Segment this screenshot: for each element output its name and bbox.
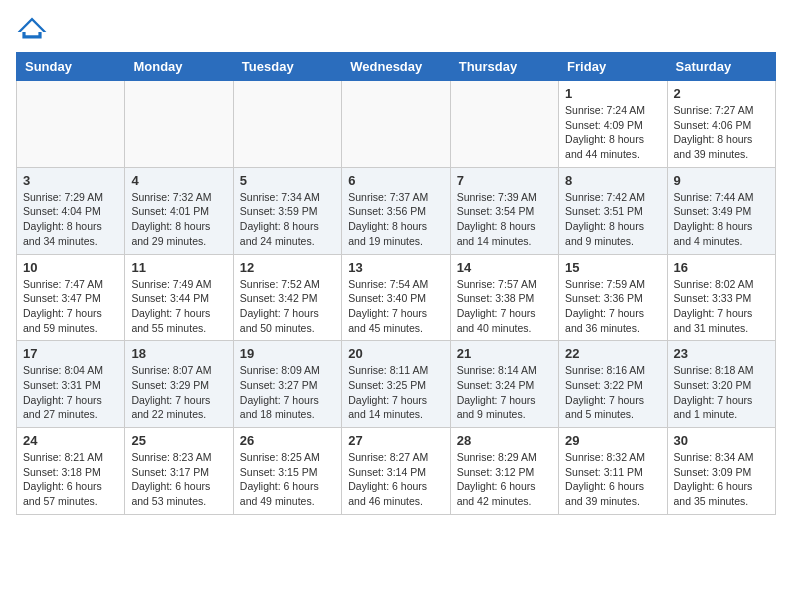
calendar-cell: 18Sunrise: 8:07 AM Sunset: 3:29 PM Dayli… (125, 341, 233, 428)
calendar-cell: 9Sunrise: 7:44 AM Sunset: 3:49 PM Daylig… (667, 167, 775, 254)
calendar-cell: 30Sunrise: 8:34 AM Sunset: 3:09 PM Dayli… (667, 428, 775, 515)
day-number: 14 (457, 260, 552, 275)
calendar-cell: 4Sunrise: 7:32 AM Sunset: 4:01 PM Daylig… (125, 167, 233, 254)
calendar-cell: 13Sunrise: 7:54 AM Sunset: 3:40 PM Dayli… (342, 254, 450, 341)
day-number: 6 (348, 173, 443, 188)
calendar-cell: 14Sunrise: 7:57 AM Sunset: 3:38 PM Dayli… (450, 254, 558, 341)
day-number: 4 (131, 173, 226, 188)
calendar-cell: 1Sunrise: 7:24 AM Sunset: 4:09 PM Daylig… (559, 81, 667, 168)
day-info: Sunrise: 7:44 AM Sunset: 3:49 PM Dayligh… (674, 190, 769, 249)
calendar-cell: 11Sunrise: 7:49 AM Sunset: 3:44 PM Dayli… (125, 254, 233, 341)
day-info: Sunrise: 8:16 AM Sunset: 3:22 PM Dayligh… (565, 363, 660, 422)
logo (16, 16, 52, 40)
day-number: 3 (23, 173, 118, 188)
day-number: 27 (348, 433, 443, 448)
calendar-cell: 8Sunrise: 7:42 AM Sunset: 3:51 PM Daylig… (559, 167, 667, 254)
weekday-header-thursday: Thursday (450, 53, 558, 81)
calendar-cell: 5Sunrise: 7:34 AM Sunset: 3:59 PM Daylig… (233, 167, 341, 254)
day-info: Sunrise: 7:47 AM Sunset: 3:47 PM Dayligh… (23, 277, 118, 336)
calendar-cell (17, 81, 125, 168)
day-info: Sunrise: 8:14 AM Sunset: 3:24 PM Dayligh… (457, 363, 552, 422)
day-number: 16 (674, 260, 769, 275)
calendar-cell: 25Sunrise: 8:23 AM Sunset: 3:17 PM Dayli… (125, 428, 233, 515)
day-info: Sunrise: 7:24 AM Sunset: 4:09 PM Dayligh… (565, 103, 660, 162)
calendar-cell: 22Sunrise: 8:16 AM Sunset: 3:22 PM Dayli… (559, 341, 667, 428)
day-info: Sunrise: 7:37 AM Sunset: 3:56 PM Dayligh… (348, 190, 443, 249)
weekday-header-friday: Friday (559, 53, 667, 81)
day-info: Sunrise: 8:25 AM Sunset: 3:15 PM Dayligh… (240, 450, 335, 509)
day-number: 20 (348, 346, 443, 361)
calendar-cell: 15Sunrise: 7:59 AM Sunset: 3:36 PM Dayli… (559, 254, 667, 341)
calendar-cell: 2Sunrise: 7:27 AM Sunset: 4:06 PM Daylig… (667, 81, 775, 168)
day-number: 7 (457, 173, 552, 188)
day-info: Sunrise: 8:11 AM Sunset: 3:25 PM Dayligh… (348, 363, 443, 422)
weekday-header-monday: Monday (125, 53, 233, 81)
day-number: 19 (240, 346, 335, 361)
day-number: 15 (565, 260, 660, 275)
day-info: Sunrise: 7:54 AM Sunset: 3:40 PM Dayligh… (348, 277, 443, 336)
calendar-week-row: 17Sunrise: 8:04 AM Sunset: 3:31 PM Dayli… (17, 341, 776, 428)
logo-icon (16, 16, 48, 40)
calendar-week-row: 3Sunrise: 7:29 AM Sunset: 4:04 PM Daylig… (17, 167, 776, 254)
weekday-header-sunday: Sunday (17, 53, 125, 81)
calendar-cell: 28Sunrise: 8:29 AM Sunset: 3:12 PM Dayli… (450, 428, 558, 515)
day-number: 9 (674, 173, 769, 188)
day-info: Sunrise: 8:27 AM Sunset: 3:14 PM Dayligh… (348, 450, 443, 509)
calendar-cell (125, 81, 233, 168)
day-info: Sunrise: 8:34 AM Sunset: 3:09 PM Dayligh… (674, 450, 769, 509)
day-number: 8 (565, 173, 660, 188)
day-info: Sunrise: 8:02 AM Sunset: 3:33 PM Dayligh… (674, 277, 769, 336)
calendar-cell: 21Sunrise: 8:14 AM Sunset: 3:24 PM Dayli… (450, 341, 558, 428)
day-info: Sunrise: 7:42 AM Sunset: 3:51 PM Dayligh… (565, 190, 660, 249)
day-number: 10 (23, 260, 118, 275)
calendar-cell: 29Sunrise: 8:32 AM Sunset: 3:11 PM Dayli… (559, 428, 667, 515)
page-header (16, 16, 776, 40)
day-number: 2 (674, 86, 769, 101)
calendar-cell: 10Sunrise: 7:47 AM Sunset: 3:47 PM Dayli… (17, 254, 125, 341)
day-number: 22 (565, 346, 660, 361)
calendar-week-row: 1Sunrise: 7:24 AM Sunset: 4:09 PM Daylig… (17, 81, 776, 168)
day-number: 29 (565, 433, 660, 448)
calendar-cell (450, 81, 558, 168)
calendar-week-row: 10Sunrise: 7:47 AM Sunset: 3:47 PM Dayli… (17, 254, 776, 341)
calendar-cell: 7Sunrise: 7:39 AM Sunset: 3:54 PM Daylig… (450, 167, 558, 254)
calendar-header-row: SundayMondayTuesdayWednesdayThursdayFrid… (17, 53, 776, 81)
calendar-cell: 6Sunrise: 7:37 AM Sunset: 3:56 PM Daylig… (342, 167, 450, 254)
calendar-cell: 3Sunrise: 7:29 AM Sunset: 4:04 PM Daylig… (17, 167, 125, 254)
day-info: Sunrise: 7:52 AM Sunset: 3:42 PM Dayligh… (240, 277, 335, 336)
day-number: 21 (457, 346, 552, 361)
weekday-header-saturday: Saturday (667, 53, 775, 81)
day-info: Sunrise: 8:09 AM Sunset: 3:27 PM Dayligh… (240, 363, 335, 422)
calendar-cell (233, 81, 341, 168)
calendar-cell: 19Sunrise: 8:09 AM Sunset: 3:27 PM Dayli… (233, 341, 341, 428)
calendar-cell: 23Sunrise: 8:18 AM Sunset: 3:20 PM Dayli… (667, 341, 775, 428)
calendar-cell: 17Sunrise: 8:04 AM Sunset: 3:31 PM Dayli… (17, 341, 125, 428)
day-info: Sunrise: 8:32 AM Sunset: 3:11 PM Dayligh… (565, 450, 660, 509)
day-info: Sunrise: 8:23 AM Sunset: 3:17 PM Dayligh… (131, 450, 226, 509)
day-info: Sunrise: 8:29 AM Sunset: 3:12 PM Dayligh… (457, 450, 552, 509)
calendar-cell: 27Sunrise: 8:27 AM Sunset: 3:14 PM Dayli… (342, 428, 450, 515)
day-info: Sunrise: 7:27 AM Sunset: 4:06 PM Dayligh… (674, 103, 769, 162)
calendar-cell: 26Sunrise: 8:25 AM Sunset: 3:15 PM Dayli… (233, 428, 341, 515)
day-number: 26 (240, 433, 335, 448)
day-info: Sunrise: 7:59 AM Sunset: 3:36 PM Dayligh… (565, 277, 660, 336)
calendar-cell (342, 81, 450, 168)
day-info: Sunrise: 8:18 AM Sunset: 3:20 PM Dayligh… (674, 363, 769, 422)
day-number: 30 (674, 433, 769, 448)
day-number: 18 (131, 346, 226, 361)
day-number: 28 (457, 433, 552, 448)
day-info: Sunrise: 7:32 AM Sunset: 4:01 PM Dayligh… (131, 190, 226, 249)
day-number: 13 (348, 260, 443, 275)
day-info: Sunrise: 8:04 AM Sunset: 3:31 PM Dayligh… (23, 363, 118, 422)
weekday-header-tuesday: Tuesday (233, 53, 341, 81)
day-info: Sunrise: 8:07 AM Sunset: 3:29 PM Dayligh… (131, 363, 226, 422)
weekday-header-wednesday: Wednesday (342, 53, 450, 81)
day-info: Sunrise: 7:49 AM Sunset: 3:44 PM Dayligh… (131, 277, 226, 336)
day-number: 17 (23, 346, 118, 361)
day-info: Sunrise: 8:21 AM Sunset: 3:18 PM Dayligh… (23, 450, 118, 509)
calendar-cell: 16Sunrise: 8:02 AM Sunset: 3:33 PM Dayli… (667, 254, 775, 341)
day-info: Sunrise: 7:39 AM Sunset: 3:54 PM Dayligh… (457, 190, 552, 249)
day-info: Sunrise: 7:34 AM Sunset: 3:59 PM Dayligh… (240, 190, 335, 249)
day-number: 11 (131, 260, 226, 275)
day-number: 24 (23, 433, 118, 448)
